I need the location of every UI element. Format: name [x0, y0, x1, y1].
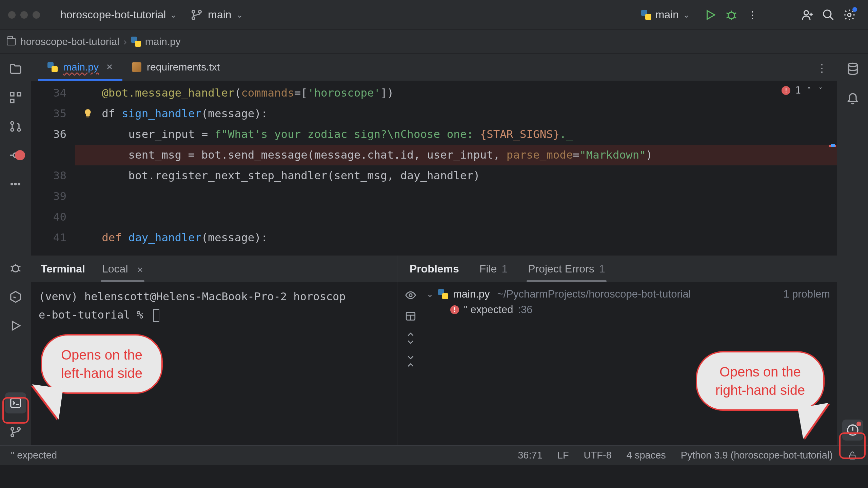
chevron-down-icon: ⌄ [236, 10, 243, 20]
interpreter[interactable]: Python 3.9 (horoscope-bot-tutorial) [681, 450, 833, 461]
bug-icon [9, 262, 22, 274]
expand-icon[interactable] [406, 331, 416, 345]
bug-icon [725, 8, 738, 21]
problems-error-row[interactable]: ! " expected :36 [427, 304, 830, 316]
svg-rect-7 [11, 93, 14, 96]
annotation-callout-left: Opens on the left-hand side [41, 334, 163, 394]
notifications-tool[interactable] [844, 89, 861, 106]
indent-config[interactable]: 4 spaces [627, 450, 666, 461]
window-controls [8, 11, 40, 19]
terminal-line: e-bot-tutorial % [39, 306, 390, 324]
layout-icon[interactable] [405, 310, 416, 322]
play-icon [9, 319, 22, 332]
line-number[interactable]: 35 [31, 103, 66, 124]
navigation-bar: horoscope-bot-tutorial › main.py [0, 30, 868, 54]
prev-error[interactable]: ˄ [807, 86, 811, 95]
tab-main-py[interactable]: main.py ✕ [38, 54, 122, 81]
debug-button[interactable] [723, 6, 740, 23]
run-config-selector[interactable]: main ⌄ [641, 8, 690, 21]
version-control-tool[interactable] [7, 424, 24, 441]
line-number[interactable]: 40 [31, 207, 66, 227]
annotation-highlight-right [839, 432, 866, 459]
breadcrumb-file[interactable]: main.py [145, 36, 181, 47]
pull-request-icon [9, 120, 22, 133]
tab-requirements[interactable]: requirements.txt [122, 54, 229, 81]
minimize-window[interactable] [20, 11, 28, 19]
close-window[interactable] [8, 11, 16, 19]
problems-project-errors-tab[interactable]: Project Errors 1 [528, 257, 605, 281]
inspection-widget[interactable]: ! 1 ˄ ˅ [782, 85, 824, 96]
svg-point-12 [17, 128, 20, 131]
svg-point-15 [848, 63, 857, 66]
svg-point-21 [409, 294, 412, 297]
close-icon[interactable]: ✕ [106, 62, 113, 72]
editor-tab-options[interactable]: ⋮ [816, 62, 829, 75]
python-packages-tool[interactable] [7, 288, 24, 305]
line-number[interactable]: 41 [31, 227, 66, 248]
code-editor[interactable]: 34 35 36 38 39 40 41 @bot.message_handle… [31, 81, 837, 256]
svg-rect-9 [11, 99, 14, 103]
terminal-session-tab[interactable]: Local ✕ [102, 257, 143, 281]
error-indicator [856, 422, 861, 426]
line-number[interactable]: 34 [31, 83, 66, 103]
python-icon [641, 10, 651, 20]
error-icon: ! [450, 305, 459, 314]
problems-tabs: Problems File 1 Project Errors 1 [397, 256, 837, 282]
vcs-branch-selector[interactable]: main ⌄ [190, 8, 243, 21]
code-content[interactable]: @bot.message_handler(commands=['horoscop… [75, 81, 837, 256]
error-stripe[interactable] [829, 81, 837, 256]
annotation-highlight-left [2, 397, 29, 424]
git-branch-icon [9, 426, 22, 439]
maximize-window[interactable] [33, 11, 40, 19]
problems-file-row[interactable]: ⌄ main.py ~/PycharmProjects/horoscope-bo… [427, 288, 830, 300]
project-tool[interactable] [7, 60, 24, 77]
more-actions[interactable]: ⋮ [744, 6, 761, 23]
terminal-title[interactable]: Terminal [41, 257, 85, 281]
database-tool[interactable] [844, 60, 861, 77]
run-tool[interactable] [7, 317, 24, 334]
breadcrumb-project[interactable]: horoscope-bot-tutorial [20, 36, 119, 47]
bell-icon [846, 91, 860, 104]
line-number[interactable]: 39 [31, 186, 66, 207]
eye-icon[interactable] [405, 289, 416, 301]
debug-tool[interactable] [7, 260, 24, 277]
svg-rect-8 [17, 93, 21, 96]
line-number[interactable]: 36 [31, 124, 66, 145]
status-message[interactable]: " expected [11, 450, 57, 461]
package-icon [132, 62, 141, 72]
right-tool-rail [837, 54, 868, 256]
collapse-icon[interactable] [406, 354, 416, 368]
next-error[interactable]: ˅ [818, 86, 823, 95]
line-number[interactable]: 38 [31, 165, 66, 186]
pull-requests-tool[interactable] [7, 118, 24, 135]
code-with-me[interactable] [799, 6, 816, 23]
encoding[interactable]: UTF-8 [584, 450, 612, 461]
error-count: 1 [795, 85, 801, 96]
file-path: ~/PycharmProjects/horoscope-bot-tutorial [497, 288, 691, 300]
problems-panel: Problems File 1 Project Errors 1 [397, 256, 837, 445]
line-number[interactable] [31, 145, 66, 165]
selection-marker [831, 144, 835, 147]
run-button[interactable] [702, 6, 719, 23]
problems-file-tab[interactable]: File 1 [479, 257, 508, 281]
tab-label: requirements.txt [147, 61, 220, 73]
problems-title[interactable]: Problems [410, 257, 459, 281]
intention-bulb-icon[interactable] [82, 108, 94, 119]
chevron-down-icon[interactable]: ⌄ [427, 289, 433, 299]
terminal-session-label: Local [102, 263, 128, 275]
python-icon [438, 289, 448, 299]
structure-tool[interactable] [7, 89, 24, 106]
gutter[interactable]: 34 35 36 38 39 40 41 [31, 81, 75, 256]
cursor-position[interactable]: 36:71 [518, 450, 542, 461]
breadcrumb-separator: › [123, 36, 127, 47]
line-separator[interactable]: LF [557, 450, 569, 461]
svg-point-4 [804, 11, 809, 15]
tab-label: Project Errors [528, 263, 594, 275]
more-tools[interactable]: ••• [7, 176, 24, 192]
search-everywhere[interactable] [820, 6, 837, 23]
settings[interactable] [841, 6, 858, 23]
more-vertical-icon: ⋮ [816, 62, 829, 74]
project-selector[interactable]: horoscope-bot-tutorial ⌄ [60, 8, 177, 21]
breakpoint-marker[interactable] [15, 150, 25, 160]
close-icon[interactable]: ✕ [137, 266, 143, 274]
